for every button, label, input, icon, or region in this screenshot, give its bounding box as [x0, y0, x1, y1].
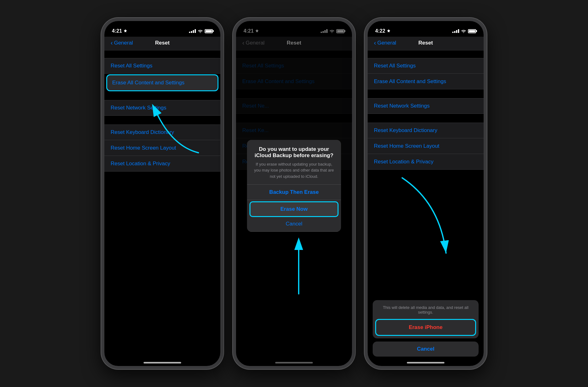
- arrow-3: [377, 172, 465, 266]
- nav-title-3: Reset: [400, 40, 452, 46]
- wifi-icon-3: [461, 29, 466, 33]
- nav-back-1[interactable]: ‹ General: [111, 39, 137, 46]
- row-erase-all-1[interactable]: Erase All Content and Settings: [106, 74, 218, 91]
- status-bar-1: 4:21: [104, 21, 220, 37]
- wifi-icon-1: [198, 29, 203, 33]
- row-location-3[interactable]: Reset Location & Privacy: [368, 154, 484, 170]
- nav-bar-3: ‹ General Reset: [368, 37, 484, 50]
- battery-icon-1: [205, 29, 213, 33]
- row-erase-all-3[interactable]: Erase All Content and Settings: [368, 74, 484, 89]
- phone-2: 4:21: [233, 18, 355, 369]
- alert-box-2: Do you want to update your iCloud Backup…: [247, 140, 341, 232]
- nav-title-1: Reset: [137, 40, 188, 46]
- phone-1: 4:21: [101, 18, 223, 369]
- btn-cancel-sheet-3[interactable]: Cancel: [373, 342, 479, 357]
- status-icons-1: [189, 29, 213, 33]
- status-bar-3: 4:22: [368, 21, 484, 37]
- alert-btn-erase-now-wrapper-2: Erase Now: [247, 200, 341, 218]
- home-indicator-1: [144, 362, 181, 363]
- home-indicator-3: [407, 362, 444, 363]
- row-reset-all-settings-1[interactable]: Reset All Settings: [104, 58, 220, 74]
- signal-bars-1: [189, 29, 196, 33]
- row-network-3[interactable]: Reset Network Settings: [368, 98, 484, 114]
- row-homescreen-3[interactable]: Reset Home Screen Layout: [368, 138, 484, 154]
- row-homescreen-1[interactable]: Reset Home Screen Layout: [104, 140, 220, 156]
- signal-bars-3: [452, 29, 459, 33]
- row-reset-all-settings-3[interactable]: Reset All Settings: [368, 58, 484, 74]
- alert-message-2: If you erase without updating your backu…: [247, 161, 341, 185]
- status-time-3: 4:22: [375, 28, 390, 34]
- btn-erase-iphone-3[interactable]: Erase iPhone: [375, 319, 476, 336]
- status-icons-3: [452, 29, 476, 33]
- bottom-sheet-3: This will delete all media and data, and…: [368, 300, 484, 357]
- bottom-sheet-box-3: This will delete all media and data, and…: [373, 300, 479, 338]
- row-keyboard-1[interactable]: Reset Keyboard Dictionary: [104, 125, 220, 140]
- alert-btn-backup-2[interactable]: Backup Then Erase: [247, 185, 341, 200]
- section-mid-1: Reset Network Settings: [104, 100, 220, 116]
- nav-back-3[interactable]: ‹ General: [374, 39, 400, 46]
- status-time-1: 4:21: [112, 28, 127, 34]
- alert-btn-cancel-2[interactable]: Cancel: [247, 218, 341, 232]
- bottom-sheet-message-3: This will delete all media and data, and…: [373, 300, 479, 318]
- settings-content-3: Reset All Settings Erase All Content and…: [368, 50, 484, 172]
- section-top-1: Reset All Settings Erase All Content and…: [104, 58, 220, 91]
- section-bot-1: Reset Keyboard Dictionary Reset Home Scr…: [104, 125, 220, 172]
- battery-icon-3: [468, 29, 476, 33]
- phone-3: 4:22: [365, 18, 487, 369]
- nav-bar-1: ‹ General Reset: [104, 37, 220, 50]
- alert-btn-erase-now-2[interactable]: Erase Now: [249, 201, 339, 217]
- alert-title-2: Do you want to update your iCloud Backup…: [247, 140, 341, 161]
- alert-overlay-2: Do you want to update your iCloud Backup…: [236, 21, 352, 366]
- row-location-1[interactable]: Reset Location & Privacy: [104, 156, 220, 172]
- row-network-1[interactable]: Reset Network Settings: [104, 100, 220, 116]
- row-keyboard-3[interactable]: Reset Keyboard Dictionary: [368, 123, 484, 138]
- settings-content-1: Reset All Settings Erase All Content and…: [104, 50, 220, 174]
